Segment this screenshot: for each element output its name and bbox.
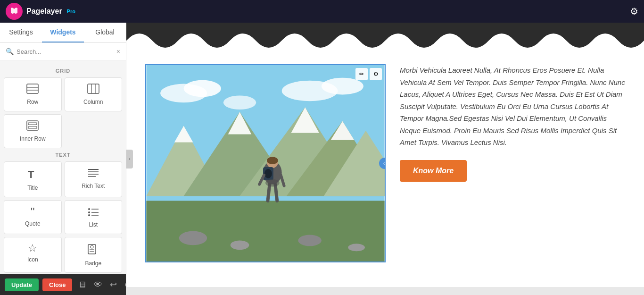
widget-icon[interactable]: ☆ Icon bbox=[4, 237, 62, 273]
svg-text:T: T bbox=[28, 169, 34, 180]
search-icon: 🔍 bbox=[6, 48, 14, 55]
svg-point-48 bbox=[264, 169, 272, 178]
svg-line-51 bbox=[268, 185, 270, 201]
sidebar: Settings Widgets Global 🔍 × GRID bbox=[0, 23, 126, 295]
update-button[interactable]: Update bbox=[5, 278, 39, 291]
badge-label: Badge bbox=[85, 260, 101, 267]
svg-rect-39 bbox=[146, 201, 384, 261]
inner-row-icon bbox=[26, 120, 39, 133]
logo-text: Pagelayer bbox=[26, 7, 62, 16]
row-icon bbox=[26, 84, 39, 96]
close-button[interactable]: Close bbox=[42, 278, 72, 291]
wave-header bbox=[126, 23, 644, 55]
search-clear-button[interactable]: × bbox=[116, 48, 120, 55]
tab-settings[interactable]: Settings bbox=[0, 23, 42, 42]
widget-rich-text[interactable]: Rich Text bbox=[65, 161, 123, 197]
rich-text-icon bbox=[87, 168, 99, 180]
svg-point-46 bbox=[267, 157, 278, 164]
widget-quote[interactable]: " Quote bbox=[4, 200, 62, 234]
icon-label: Icon bbox=[27, 256, 38, 263]
gear-icon[interactable]: ⚙ bbox=[630, 6, 638, 17]
svg-point-42 bbox=[298, 235, 322, 246]
sidebar-tabs: Settings Widgets Global bbox=[0, 23, 126, 43]
widget-row[interactable]: Row bbox=[4, 77, 62, 111]
canvas-inner: ✏ ⚙ ○ Morbi Vehicula Laoreet Nulla, At R… bbox=[126, 23, 644, 287]
search-input[interactable] bbox=[17, 48, 114, 55]
image-wrapper[interactable]: ✏ ⚙ ○ bbox=[145, 64, 386, 262]
svg-point-53 bbox=[265, 179, 280, 187]
badge-icon bbox=[87, 243, 99, 257]
list-label: List bbox=[89, 221, 98, 228]
section-grid-label: GRID bbox=[4, 68, 122, 74]
quote-icon: " bbox=[31, 206, 35, 218]
row-label: Row bbox=[27, 99, 38, 105]
collapse-handle[interactable]: ‹ bbox=[126, 150, 133, 169]
svg-line-52 bbox=[275, 185, 277, 201]
title-icon: T bbox=[26, 168, 39, 182]
list-icon bbox=[87, 206, 99, 219]
tab-global[interactable]: Global bbox=[84, 23, 126, 42]
svg-point-16 bbox=[88, 211, 90, 213]
svg-point-40 bbox=[179, 231, 207, 245]
svg-point-26 bbox=[184, 80, 221, 97]
inner-row-label: Inner Row bbox=[20, 135, 46, 142]
svg-rect-8 bbox=[28, 126, 37, 128]
svg-point-29 bbox=[322, 78, 363, 95]
image-edit-bar: ✏ ⚙ bbox=[355, 68, 382, 80]
logo-icon bbox=[6, 3, 23, 20]
widget-inner-row[interactable]: Inner Row bbox=[4, 114, 62, 148]
image-edit-icon[interactable]: ✏ bbox=[355, 68, 368, 80]
tab-widgets[interactable]: Widgets bbox=[42, 23, 84, 42]
section-text-label: TEXT bbox=[4, 152, 122, 158]
svg-point-21 bbox=[91, 245, 93, 248]
mountain-image bbox=[146, 65, 385, 261]
body-text: Morbi Vehicula Laoreet Nulla, At Rhoncus… bbox=[400, 64, 625, 149]
svg-rect-3 bbox=[88, 84, 99, 93]
desktop-icon[interactable]: 🖥 bbox=[76, 278, 88, 292]
main-layout: Settings Widgets Global 🔍 × GRID bbox=[0, 23, 644, 295]
svg-rect-7 bbox=[28, 123, 37, 125]
title-widget-label: Title bbox=[27, 185, 38, 191]
svg-rect-20 bbox=[88, 244, 96, 254]
logo: Pagelayer Pro bbox=[6, 3, 75, 20]
rich-text-label: Rich Text bbox=[82, 183, 105, 189]
canvas-area: ‹ bbox=[126, 23, 644, 295]
svg-point-43 bbox=[348, 244, 365, 251]
grid-widgets: Row Column bbox=[4, 77, 122, 148]
eye-icon[interactable]: 👁 bbox=[92, 278, 104, 292]
history-icon[interactable]: ↩ bbox=[108, 278, 119, 292]
quote-label: Quote bbox=[25, 220, 41, 227]
top-header: Pagelayer Pro ⚙ bbox=[0, 0, 644, 23]
know-more-button[interactable]: Know More bbox=[400, 160, 467, 182]
search-bar: 🔍 × bbox=[0, 43, 126, 60]
widget-list[interactable]: List bbox=[65, 200, 123, 234]
svg-point-18 bbox=[88, 214, 90, 216]
widgets-panel: GRID Row bbox=[0, 60, 126, 274]
widget-title[interactable]: T Title bbox=[4, 161, 62, 197]
widget-badge[interactable]: Badge bbox=[65, 237, 123, 273]
bottom-bar: Update Close 🖥 👁 ↩ ⊕ bbox=[0, 274, 126, 295]
icon-widget-icon: ☆ bbox=[28, 243, 37, 253]
logo-pro: Pro bbox=[67, 8, 75, 14]
text-content: Morbi Vehicula Laoreet Nulla, At Rhoncus… bbox=[400, 64, 625, 182]
svg-rect-6 bbox=[27, 121, 38, 130]
image-settings-icon[interactable]: ⚙ bbox=[370, 68, 382, 80]
svg-point-27 bbox=[223, 95, 256, 110]
column-icon bbox=[87, 84, 99, 96]
text-widgets: T Title Rich Text bbox=[4, 161, 122, 273]
svg-point-14 bbox=[88, 208, 90, 210]
content-section: ✏ ⚙ ○ Morbi Vehicula Laoreet Nulla, At R… bbox=[126, 55, 644, 272]
column-label: Column bbox=[83, 99, 103, 105]
svg-rect-0 bbox=[27, 84, 38, 93]
svg-point-41 bbox=[231, 240, 249, 250]
widget-column[interactable]: Column bbox=[65, 77, 123, 111]
